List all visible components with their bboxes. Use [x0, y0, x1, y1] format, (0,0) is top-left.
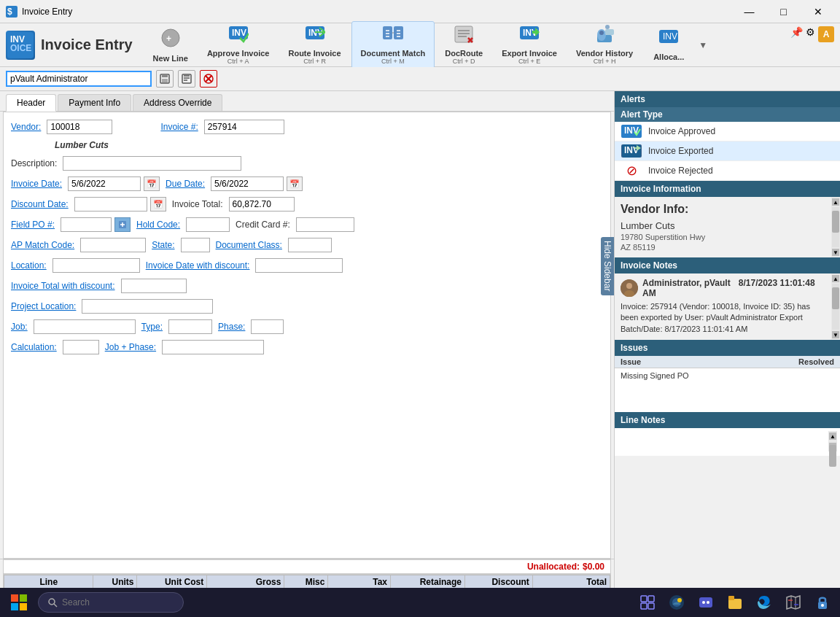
line-notes-scrollbar[interactable]: ▲ ▼: [828, 431, 837, 451]
close-button[interactable]: ✕: [801, 1, 834, 22]
location-input[interactable]: [52, 258, 140, 273]
title-bar: $ Invoice Entry — □ ✕: [0, 0, 840, 23]
save-button[interactable]: [156, 70, 174, 88]
project-location-label: Project Location:: [11, 301, 76, 311]
notes-scrollbar[interactable]: ▲ ▼: [831, 273, 840, 340]
notes-scroll-down[interactable]: ▼: [832, 331, 839, 338]
job-input[interactable]: [34, 319, 136, 334]
gear-icon[interactable]: ⚙: [806, 26, 815, 42]
vendor-input[interactable]: [47, 120, 112, 134]
invoice-date-input[interactable]: [68, 176, 141, 191]
field-po-input[interactable]: [61, 217, 112, 232]
taskbar-search-input[interactable]: [62, 597, 149, 608]
approve-shortcut: Ctrl + A: [228, 58, 249, 65]
wallpaper-button[interactable]: [665, 591, 688, 614]
calculation-row: Calculation: Job + Phase:: [11, 340, 603, 354]
tab-address-override[interactable]: Address Override: [133, 94, 222, 111]
col-total: Total: [532, 575, 610, 589]
invoice-num-label: Invoice #:: [160, 122, 198, 132]
approve-invoice-label: Approve Invoice: [207, 49, 270, 58]
left-panel: Header Payment Info Address Override Ven…: [0, 91, 614, 617]
taskbar-icons: [636, 591, 834, 614]
svg-line-51: [54, 604, 57, 607]
scroll-up-arrow[interactable]: ▲: [832, 198, 839, 206]
approve-invoice-button[interactable]: INV Approve Invoice Ctrl + A: [198, 21, 279, 69]
description-label: Description:: [11, 158, 57, 168]
tab-payment-info[interactable]: Payment Info: [58, 94, 131, 111]
phase-input[interactable]: [251, 319, 284, 334]
explorer-button[interactable]: [723, 591, 747, 614]
type-input[interactable]: [168, 319, 212, 334]
svg-text:INV: INV: [663, 31, 677, 42]
invoice-notes-section: Invoice Notes: [615, 257, 840, 340]
task-view-button[interactable]: [636, 591, 659, 614]
calculation-input[interactable]: [63, 340, 99, 354]
minimize-button[interactable]: —: [733, 1, 766, 22]
scroll-down-arrow[interactable]: ▼: [832, 249, 839, 256]
info-scrollbar[interactable]: ▲ ▼: [831, 197, 840, 257]
maximize-button[interactable]: □: [767, 1, 800, 22]
notes-scroll-up[interactable]: ▲: [832, 275, 839, 282]
chat-button[interactable]: [694, 591, 718, 614]
vendor-label[interactable]: Vendor:: [11, 122, 41, 132]
project-location-input[interactable]: [82, 299, 213, 314]
alert-exported-text: Invoice Exported: [648, 146, 713, 156]
taskbar-search-bar[interactable]: [38, 592, 184, 613]
undo-button[interactable]: [178, 70, 195, 88]
description-input[interactable]: [63, 156, 241, 171]
route-invoice-button[interactable]: INV Route Invoice Ctrl + R: [279, 21, 349, 69]
job-phase-label: Job + Phase:: [105, 342, 156, 352]
lock-button[interactable]: [811, 591, 834, 614]
ap-match-input[interactable]: [80, 238, 146, 252]
due-date-picker[interactable]: 📅: [287, 176, 303, 191]
allocate-button[interactable]: INV Alloca...: [643, 21, 694, 69]
app-title: Invoice Entry: [41, 36, 133, 53]
field-po-btn[interactable]: [114, 217, 131, 232]
start-button[interactable]: [6, 591, 32, 613]
alert-rejected[interactable]: ⊘ Invoice Rejected: [615, 161, 840, 181]
hide-sidebar-button[interactable]: Hide Sidebar: [601, 237, 614, 295]
svg-rect-28: [162, 79, 168, 82]
job-phase-input[interactable]: [162, 340, 264, 354]
user-input[interactable]: [6, 71, 152, 87]
document-class-input[interactable]: [288, 238, 332, 252]
line-notes-section: Line Notes ▲ ▼: [615, 412, 840, 456]
col-misc: Misc: [284, 575, 328, 589]
export-invoice-button[interactable]: INV Export Invoice Ctrl + E: [493, 21, 566, 69]
alert-exported[interactable]: INV Invoice Exported: [615, 141, 840, 161]
location-label: Location:: [11, 260, 47, 271]
tab-header[interactable]: Header: [6, 94, 56, 112]
toolbar-overflow[interactable]: ▼: [696, 21, 710, 69]
due-date-input[interactable]: [211, 176, 284, 191]
toolbar-actions: + New Line INV Approve Invoice Ctrl + A: [144, 21, 834, 69]
credit-card-input[interactable]: [296, 217, 354, 232]
invoice-total-discount-input[interactable]: [121, 279, 187, 293]
invoice-num-input[interactable]: [204, 120, 284, 134]
docroute-shortcut: Ctrl + D: [453, 58, 475, 65]
logo-icon: INV OICE: [6, 31, 35, 60]
invoice-date-discount-input[interactable]: [255, 258, 343, 273]
alert-approved[interactable]: INV Invoice Approved: [615, 122, 840, 141]
pin-icon[interactable]: 📌: [790, 26, 803, 42]
maps-button[interactable]: [782, 591, 805, 614]
cancel-button[interactable]: [200, 70, 217, 88]
approved-icon: INV: [621, 125, 642, 138]
toolbar: 📌 ⚙ A INV OICE Invoice Entry +: [0, 23, 840, 67]
vendor-history-button[interactable]: Vendor History Ctrl + H: [567, 21, 642, 69]
svg-rect-63: [728, 596, 734, 600]
hold-code-input[interactable]: [186, 217, 230, 232]
discount-date-input[interactable]: [74, 197, 147, 212]
user-bar: [0, 67, 840, 91]
user-icon[interactable]: A: [818, 26, 834, 42]
unallocated-value: $0.00: [583, 562, 604, 572]
state-input[interactable]: [181, 238, 210, 252]
invoice-total-input[interactable]: [229, 197, 295, 212]
docroute-button[interactable]: DocRoute Ctrl + D: [436, 21, 491, 69]
discount-date-picker[interactable]: 📅: [150, 197, 166, 212]
alert-rejected-text: Invoice Rejected: [648, 166, 713, 176]
edge-button[interactable]: [752, 591, 776, 614]
new-line-button[interactable]: + New Line: [144, 21, 197, 69]
document-match-button[interactable]: Document Match Ctrl + M: [351, 21, 435, 69]
svg-text:OICE: OICE: [10, 43, 31, 53]
invoice-date-picker[interactable]: 📅: [144, 176, 160, 191]
